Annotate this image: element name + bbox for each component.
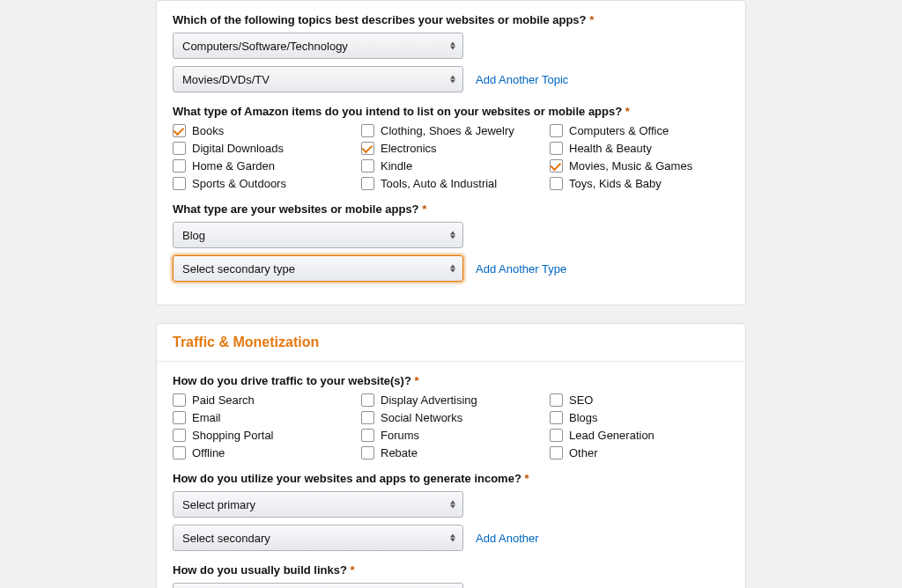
item-checkbox[interactable] <box>361 177 374 190</box>
drive-label: Other <box>569 446 598 459</box>
topic-secondary-select[interactable]: Movies/DVDs/TV <box>173 66 463 92</box>
item-item: Tools, Auto & Industrial <box>361 177 541 190</box>
required-marker: * <box>415 374 419 387</box>
item-label: Computers & Office <box>569 124 669 137</box>
drive-item: Rebate <box>361 446 541 459</box>
items-question: What type of Amazon items do you intend … <box>173 105 729 118</box>
item-label: Clothing, Shoes & Jewelry <box>381 124 514 137</box>
drive-item: Lead Generation <box>550 429 729 442</box>
item-item: Electronics <box>361 142 541 155</box>
topic-primary-select[interactable]: Computers/Software/Technology <box>173 33 463 59</box>
drive-label: Blogs <box>569 411 598 424</box>
type-primary-value: Blog <box>182 229 205 242</box>
links-select[interactable]: Select <box>173 583 463 588</box>
item-checkbox[interactable] <box>173 159 186 173</box>
type-primary-select[interactable]: Blog <box>173 222 463 248</box>
drive-question: How do you drive traffic to your website… <box>173 374 729 387</box>
item-checkbox[interactable] <box>361 159 374 173</box>
required-marker: * <box>351 563 355 577</box>
type-question: What type are your websites or mobile ap… <box>173 202 729 216</box>
chevron-updown-icon <box>450 265 455 273</box>
item-label: Home & Garden <box>192 159 275 173</box>
item-item: Toys, Kids & Baby <box>550 177 729 190</box>
drive-checkbox[interactable] <box>173 429 186 442</box>
drive-label: Rebate <box>381 446 418 459</box>
add-topic-link[interactable]: Add Another Topic <box>476 73 568 86</box>
item-item: Home & Garden <box>173 159 352 173</box>
profile-body: Which of the following topics best descr… <box>157 1 745 305</box>
drive-checkbox[interactable] <box>173 393 186 407</box>
item-checkbox[interactable] <box>550 124 563 137</box>
item-label: Health & Beauty <box>569 142 652 155</box>
item-label: Electronics <box>381 142 437 155</box>
links-question: How do you usually build links? * <box>173 563 729 577</box>
item-checkbox[interactable] <box>173 124 186 137</box>
item-checkbox[interactable] <box>550 177 563 190</box>
income-secondary-value: Select secondary <box>182 532 270 545</box>
item-item: Kindle <box>361 159 541 173</box>
item-label: Kindle <box>381 159 412 173</box>
drive-checkbox[interactable] <box>173 446 186 459</box>
required-marker: * <box>625 105 630 118</box>
item-checkbox[interactable] <box>173 142 186 155</box>
item-label: Tools, Auto & Industrial <box>381 177 497 190</box>
add-income-link[interactable]: Add Another <box>476 532 539 545</box>
drive-item: Offline <box>173 446 352 459</box>
item-checkbox[interactable] <box>550 142 563 155</box>
links-question-text: How do you usually build links? <box>173 563 347 577</box>
item-item: Computers & Office <box>550 124 729 137</box>
drive-checkbox[interactable] <box>550 446 563 459</box>
drive-label: Social Networks <box>381 411 462 424</box>
drive-label: Shopping Portal <box>192 429 274 442</box>
drive-checkbox[interactable] <box>361 429 374 442</box>
drive-checkbox[interactable] <box>173 411 186 424</box>
item-checkbox[interactable] <box>550 159 563 173</box>
drive-item: Paid Search <box>173 393 352 407</box>
item-item: Clothing, Shoes & Jewelry <box>361 124 541 137</box>
topics-question-text: Which of the following topics best descr… <box>173 13 587 26</box>
drive-item: Other <box>550 446 729 459</box>
drive-label: Lead Generation <box>569 429 654 442</box>
drive-checkbox[interactable] <box>361 446 374 459</box>
drive-item: Display Advertising <box>361 393 541 407</box>
drive-checkbox[interactable] <box>550 393 563 407</box>
drive-item: Forums <box>361 429 541 442</box>
traffic-header: Traffic & Monetization <box>157 324 745 362</box>
type-question-text: What type are your websites or mobile ap… <box>173 202 419 216</box>
drive-label: Forums <box>381 429 419 442</box>
topic-primary-value: Computers/Software/Technology <box>182 40 348 53</box>
drive-checkbox[interactable] <box>361 411 374 424</box>
item-checkbox[interactable] <box>361 142 374 155</box>
item-label: Sports & Outdoors <box>192 177 286 190</box>
drive-checkbox[interactable] <box>550 429 563 442</box>
add-type-link[interactable]: Add Another Type <box>476 262 566 276</box>
income-question-text: How do you utilize your websites and app… <box>173 472 521 485</box>
item-item: Movies, Music & Games <box>550 159 729 173</box>
drive-label: SEO <box>569 393 593 407</box>
item-item: Health & Beauty <box>550 142 729 155</box>
item-label: Books <box>192 124 224 137</box>
items-question-text: What type of Amazon items do you intend … <box>173 105 622 118</box>
topics-question: Which of the following topics best descr… <box>173 13 729 26</box>
drive-label: Paid Search <box>192 393 255 407</box>
drive-label: Display Advertising <box>381 393 477 407</box>
income-secondary-select[interactable]: Select secondary <box>173 525 463 551</box>
chevron-updown-icon <box>450 232 455 239</box>
drive-question-text: How do you drive traffic to your website… <box>173 374 411 387</box>
type-secondary-select[interactable]: Select secondary type <box>173 255 463 282</box>
item-item: Digital Downloads <box>173 142 352 155</box>
item-label: Movies, Music & Games <box>569 159 692 173</box>
traffic-body: How do you drive traffic to your website… <box>157 362 745 588</box>
drive-item: Social Networks <box>361 411 541 424</box>
drive-item: Email <box>173 411 352 424</box>
income-primary-select[interactable]: Select primary <box>173 491 463 518</box>
drive-checkbox[interactable] <box>550 411 563 424</box>
drive-label: Email <box>192 411 221 424</box>
drive-item: Shopping Portal <box>173 429 352 442</box>
required-marker: * <box>524 472 529 485</box>
drive-checkbox[interactable] <box>361 393 374 407</box>
chevron-updown-icon <box>450 42 455 50</box>
item-checkbox[interactable] <box>173 177 186 190</box>
item-checkbox[interactable] <box>361 124 374 137</box>
chevron-updown-icon <box>450 76 455 84</box>
